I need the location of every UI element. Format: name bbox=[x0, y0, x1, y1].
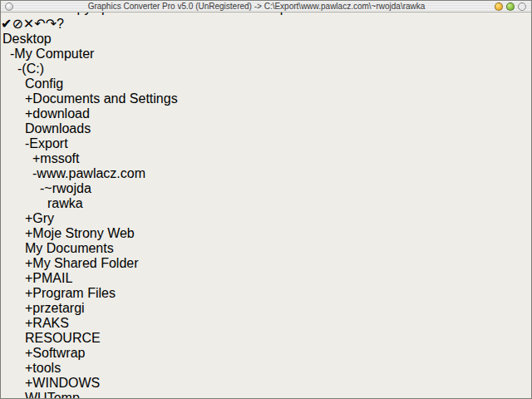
tree-item-raks[interactable]: +RAKS bbox=[1, 316, 531, 331]
expand-icon[interactable]: + bbox=[25, 316, 32, 330]
tree-item-rawka[interactable]: rawka bbox=[1, 196, 531, 211]
tree-item-tools[interactable]: +tools bbox=[1, 361, 531, 376]
tree-item-label: Export bbox=[29, 136, 67, 150]
tree-item-mssoft[interactable]: +mssoft bbox=[1, 151, 531, 166]
tree-item-downloads[interactable]: Downloads bbox=[1, 121, 531, 136]
tree-item-label: RESOURCE bbox=[25, 331, 101, 345]
tree-item-label: My Documents bbox=[25, 241, 114, 255]
app-window: Graphics Converter Pro v5.0 (UnRegistere… bbox=[0, 0, 532, 399]
expand-icon[interactable]: + bbox=[25, 361, 32, 375]
expand-icon[interactable]: + bbox=[25, 346, 32, 360]
tree-item-label: Desktop bbox=[2, 32, 52, 46]
minimize-button[interactable] bbox=[495, 2, 503, 11]
tree-item-label: Downloads bbox=[25, 121, 91, 135]
check-icon[interactable]: ✔ bbox=[1, 17, 12, 31]
tree-item-windows[interactable]: +WINDOWS bbox=[1, 376, 531, 391]
tree-item-label: www.pawlacz.com bbox=[37, 166, 145, 180]
expand-icon[interactable]: + bbox=[25, 211, 32, 225]
tree-item-label: ~rwojda bbox=[44, 181, 91, 195]
tree-item-label: My Computer bbox=[14, 47, 94, 61]
tree-item-label: download bbox=[32, 106, 90, 121]
toolbar: ✔⊘✕↶↷? bbox=[1, 16, 531, 32]
tree-item-www-pawlacz-com[interactable]: -www.pawlacz.com bbox=[1, 166, 531, 181]
tree-item-export[interactable]: -Export bbox=[1, 136, 531, 151]
app-icon bbox=[5, 2, 13, 11]
tree-item--rwojda[interactable]: -~rwojda bbox=[1, 181, 531, 196]
tree-item-softwrap[interactable]: +Softwrap bbox=[1, 346, 531, 361]
expand-icon[interactable]: + bbox=[25, 301, 32, 315]
tree-item-my-documents[interactable]: My Documents bbox=[1, 241, 531, 256]
main-area: Desktop-My Computer-(C:)Config+Documents… bbox=[1, 32, 531, 399]
expand-icon[interactable]: + bbox=[25, 256, 32, 270]
tree-item-label: WUTemp bbox=[25, 391, 80, 399]
tree-item-my-computer[interactable]: -My Computer bbox=[1, 47, 531, 62]
tree-item-documents-and-settings[interactable]: +Documents and Settings bbox=[1, 91, 531, 106]
tree-item-desktop[interactable]: Desktop bbox=[1, 32, 531, 47]
expand-icon[interactable]: + bbox=[25, 286, 32, 300]
tree-item-label: Softwrap bbox=[32, 346, 85, 360]
tree-item-label: Documents and Settings bbox=[32, 91, 177, 106]
tree-item-pmail[interactable]: +PMAIL bbox=[1, 271, 531, 286]
folder-tree-panel: Desktop-My Computer-(C:)Config+Documents… bbox=[1, 32, 531, 399]
tree-item-moje-strony-web[interactable]: +Moje Strony Web bbox=[1, 226, 531, 241]
tree-item-label: tools bbox=[32, 361, 61, 375]
tree-item-przetargi[interactable]: +przetargi bbox=[1, 301, 531, 316]
expand-icon[interactable]: + bbox=[25, 271, 32, 285]
tree-item-label: PMAIL bbox=[32, 271, 72, 285]
tree-item-label: Moje Strony Web bbox=[32, 226, 134, 240]
tree-item-download[interactable]: +download bbox=[1, 106, 531, 121]
redo-icon[interactable]: ↷ bbox=[46, 17, 57, 31]
tree-item-label: mssoft bbox=[40, 151, 79, 165]
tree-item-program-files[interactable]: +Program Files bbox=[1, 286, 531, 301]
tree-item-label: Config bbox=[25, 76, 63, 91]
close-button[interactable] bbox=[518, 2, 526, 11]
tree-item-label: WINDOWS bbox=[32, 376, 100, 390]
tree-item-config[interactable]: Config bbox=[1, 76, 531, 91]
expand-icon[interactable]: + bbox=[25, 376, 32, 390]
tree-item-label: My Shared Folder bbox=[32, 256, 138, 270]
undo-icon[interactable]: ↶ bbox=[34, 17, 45, 31]
delete-icon[interactable]: ✕ bbox=[23, 17, 34, 31]
tree-item-label: RAKS bbox=[32, 316, 69, 330]
tree-item-label: (C:) bbox=[22, 62, 44, 76]
expand-icon[interactable]: + bbox=[25, 91, 32, 106]
maximize-button[interactable] bbox=[506, 2, 515, 11]
tree-item-label: Gry bbox=[32, 211, 54, 225]
tree-item--c-[interactable]: -(C:) bbox=[1, 62, 531, 76]
tree-item-wutemp[interactable]: WUTemp bbox=[1, 391, 531, 399]
block-icon[interactable]: ⊘ bbox=[12, 17, 22, 31]
tree-item-resource[interactable]: RESOURCE bbox=[1, 331, 531, 346]
tree-item-label: rawka bbox=[47, 196, 83, 210]
tree-item-label: Program Files bbox=[32, 286, 116, 300]
folder-tree: Desktop-My Computer-(C:)Config+Documents… bbox=[1, 32, 531, 399]
expand-icon[interactable]: + bbox=[32, 151, 40, 165]
window-controls bbox=[495, 2, 526, 11]
tree-item-gry[interactable]: +Gry bbox=[1, 211, 531, 226]
tree-item-my-shared-folder[interactable]: +My Shared Folder bbox=[1, 256, 531, 271]
title-bar[interactable]: Graphics Converter Pro v5.0 (UnRegistere… bbox=[1, 1, 531, 12]
window-title: Graphics Converter Pro v5.0 (UnRegistere… bbox=[18, 2, 495, 11]
help-icon[interactable]: ? bbox=[57, 17, 64, 31]
expand-icon[interactable]: + bbox=[25, 226, 32, 240]
tree-item-label: przetargi bbox=[32, 301, 84, 315]
expand-icon[interactable]: + bbox=[25, 106, 32, 121]
